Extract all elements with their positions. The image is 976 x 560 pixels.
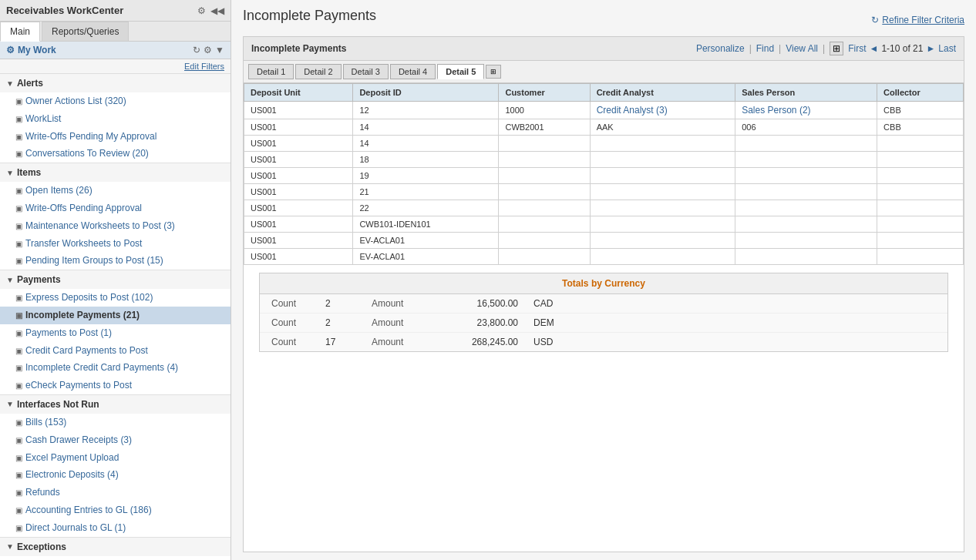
tab-detail5[interactable]: Detail 5 [437, 64, 484, 79]
tab-detail2[interactable]: Detail 2 [295, 64, 341, 79]
sidebar-item[interactable]: ▣ Posting Errors [0, 556, 231, 560]
interfaces-header[interactable]: ▼ Interfaces Not Run [0, 395, 231, 414]
refresh-main-icon[interactable]: ↻ [871, 15, 879, 25]
refine-filter-link[interactable]: Refine Filter Criteria [882, 15, 964, 25]
item-label: Refunds [25, 486, 60, 499]
cell-credit-analyst[interactable]: Credit Analyst (3) [590, 102, 735, 119]
table-row[interactable]: US00119 [244, 168, 964, 184]
sidebar: Receivables WorkCenter ⚙ ◀◀ Main Reports… [0, 0, 231, 560]
items-label: Items [17, 167, 41, 178]
table-row[interactable]: US00121 [244, 184, 964, 200]
sidebar-item[interactable]: ▣ Conversations To Review (20) [0, 145, 231, 163]
cell-sales-person [735, 249, 877, 265]
sidebar-item[interactable]: ▣ Express Deposits to Post (102) [0, 289, 231, 307]
dropdown-icon[interactable]: ▼ [215, 45, 224, 55]
item-label: eCheck Payments to Post [25, 379, 132, 392]
table-row[interactable]: US001EV-ACLA01 [244, 249, 964, 265]
tab-detail1[interactable]: Detail 1 [248, 64, 294, 79]
pagination: First ◄ 1-10 of 21 ► Last [848, 43, 956, 54]
table-row[interactable]: US00122 [244, 200, 964, 216]
table-row[interactable]: US00114CWB2001AAK006CBB [244, 119, 964, 136]
exceptions-header[interactable]: ▼ Exceptions [0, 538, 231, 556]
items-header[interactable]: ▼ Items [0, 163, 231, 182]
sidebar-item[interactable]: ▣ Accounting Entries to GL (186) [0, 501, 231, 519]
tab-reports-queries[interactable]: Reports/Queries [42, 22, 129, 41]
cell-collector [877, 249, 964, 265]
totals-amount-value: 16,500.00 [441, 298, 518, 309]
edit-filters-link[interactable]: Edit Filters [0, 59, 231, 74]
find-link[interactable]: Find [756, 43, 774, 54]
cell-collector [877, 216, 964, 233]
sidebar-item[interactable]: ▣ WorkList [0, 110, 231, 128]
item-label: Write-Offs Pending My Approval [25, 130, 156, 143]
cell-credit-analyst [590, 184, 735, 200]
sidebar-item-incomplete-payments[interactable]: ▣ Incomplete Payments (21) [0, 307, 231, 324]
totals-amount-label: Amount [372, 298, 433, 309]
cell-collector [877, 136, 964, 152]
gear-icon[interactable]: ⚙ [197, 5, 206, 16]
collapse-icon[interactable]: ◀◀ [210, 5, 224, 16]
alerts-header[interactable]: ▼ Alerts [0, 74, 231, 92]
item-label: Pending Item Groups to Post (15) [25, 254, 163, 267]
cell-credit-analyst [590, 233, 735, 249]
sep1: | [749, 43, 752, 54]
cell-link-sales-person[interactable]: Sales Person (2) [742, 105, 810, 116]
table-row[interactable]: US001121000Credit Analyst (3)Sales Perso… [244, 102, 964, 119]
cell-sales-person[interactable]: Sales Person (2) [735, 102, 877, 119]
prev-page-button[interactable]: ◄ [869, 43, 878, 54]
tab-main[interactable]: Main [0, 22, 40, 42]
sidebar-item[interactable]: ▣ Owner Actions List (320) [0, 92, 231, 110]
view-all-link[interactable]: View All [786, 43, 818, 54]
personalize-link[interactable]: Personalize [696, 43, 745, 54]
sidebar-item[interactable]: ▣ Excel Payment Upload [0, 449, 231, 467]
sidebar-item[interactable]: ▣ Cash Drawer Receipts (3) [0, 431, 231, 449]
payments-header[interactable]: ▼ Payments [0, 270, 231, 289]
sidebar-item[interactable]: ▣ Incomplete Credit Card Payments (4) [0, 359, 231, 377]
first-page-button[interactable]: First [848, 43, 866, 54]
sidebar-item[interactable]: ▣ Write-Offs Pending My Approval [0, 128, 231, 146]
sidebar-item[interactable]: ▣ Credit Card Payments to Post [0, 342, 231, 360]
sidebar-item[interactable]: ▣ Electronic Deposits (4) [0, 466, 231, 484]
my-work-label[interactable]: My Work [18, 45, 56, 55]
cell-customer: 1000 [499, 102, 590, 119]
totals-amount-value: 268,245.00 [441, 337, 518, 347]
settings-icon[interactable]: ⚙ [204, 45, 212, 55]
sidebar-item[interactable]: ▣ Direct Journals to GL (1) [0, 519, 231, 537]
cell-sales-person [735, 216, 877, 233]
table-row[interactable]: US00118 [244, 152, 964, 168]
tab-detail3[interactable]: Detail 3 [343, 64, 389, 79]
sidebar-item[interactable]: ▣ Write-Offs Pending Approval [0, 200, 231, 217]
sidebar-item[interactable]: ▣ Payments to Post (1) [0, 324, 231, 342]
last-page-button[interactable]: Last [938, 43, 956, 54]
totals-header: Totals by Currency [260, 273, 947, 294]
totals-amount-label: Amount [372, 317, 433, 328]
sidebar-item[interactable]: ▣ Open Items (26) [0, 182, 231, 200]
table-icon[interactable]: ⊞ [830, 42, 843, 55]
next-page-button[interactable]: ► [926, 43, 935, 54]
sidebar-item[interactable]: ▣ Bills (153) [0, 414, 231, 431]
grid-view-icon[interactable]: ⊞ [486, 65, 501, 79]
sidebar-item[interactable]: ▣ Transfer Worksheets to Post [0, 235, 231, 253]
item-icon: ▣ [15, 96, 22, 107]
sidebar-header-controls[interactable]: ⚙ ◀◀ [197, 5, 224, 16]
sidebar-title: Receivables WorkCenter [6, 5, 123, 16]
sidebar-item[interactable]: ▣ Pending Item Groups to Post (15) [0, 252, 231, 270]
sidebar-item[interactable]: ▣ Maintenance Worksheets to Post (3) [0, 217, 231, 235]
totals-count-value: 2 [325, 317, 348, 328]
sidebar-item[interactable]: ▣ eCheck Payments to Post [0, 377, 231, 394]
cell-link-credit-analyst[interactable]: Credit Analyst (3) [597, 105, 668, 116]
table-row[interactable]: US001CWB101-IDEN101 [244, 216, 964, 233]
cell-deposit-id: 12 [353, 102, 499, 119]
item-label: WorkList [25, 112, 61, 126]
table-row[interactable]: US001EV-ACLA01 [244, 233, 964, 249]
item-icon: ▣ [15, 239, 22, 250]
item-label: Excel Payment Upload [25, 451, 119, 464]
interfaces-section: ▼ Interfaces Not Run ▣ Bills (153) ▣ Cas… [0, 395, 231, 538]
table-row[interactable]: US00114 [244, 136, 964, 152]
item-label: Maintenance Worksheets to Post (3) [25, 220, 175, 233]
alerts-triangle: ▼ [6, 79, 14, 88]
tab-detail4[interactable]: Detail 4 [390, 64, 436, 79]
sidebar-item[interactable]: ▣ Refunds [0, 484, 231, 501]
item-icon: ▣ [15, 470, 22, 481]
refresh-icon[interactable]: ↻ [193, 45, 200, 55]
